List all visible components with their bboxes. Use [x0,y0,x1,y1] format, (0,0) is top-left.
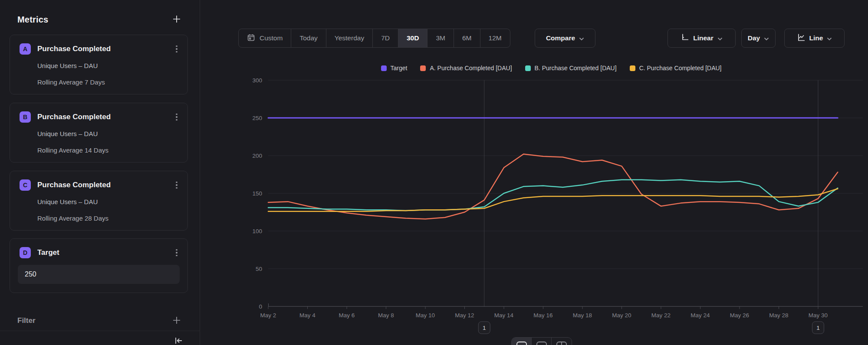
annotation-chip-label: 1 [483,325,486,331]
range-today[interactable]: Today [291,29,326,47]
metric-title: Purchase Completed [37,45,173,53]
x-axis-tick-label: May 14 [494,312,514,319]
metric-card-a[interactable]: A Purchase Completed Unique Users – DAU … [10,35,188,94]
range-12m[interactable]: 12M [480,29,510,47]
range-30d[interactable]: 30D [398,29,427,47]
x-axis-tick-label: May 12 [455,312,474,319]
x-axis-tick-label: May 8 [378,312,394,319]
compare-dropdown[interactable]: Compare [535,29,595,48]
kebab-menu-icon[interactable] [173,247,181,258]
metric-transform: Rolling Average 28 Days [37,215,179,222]
view-toggle-control [511,337,572,345]
filter-section: Filter [17,315,182,327]
metric-badge: A [20,43,31,55]
line-chart-icon [797,33,806,43]
x-axis-tick-label: May 4 [299,312,316,319]
metric-measure: Unique Users – DAU [37,130,179,137]
metrics-title: Metrics [17,15,48,25]
metric-card-header: C Purchase Completed [20,179,181,191]
chevron-down-icon [717,35,723,42]
metric-card-c[interactable]: C Purchase Completed Unique Users – DAU … [10,171,188,231]
scale-label: Linear [693,34,713,42]
y-axis-tick-label: 250 [252,115,262,121]
calendar-icon [247,33,255,43]
target-value-input[interactable] [18,265,180,284]
range-label: 6M [462,34,472,42]
metric-title: Purchase Completed [37,181,173,189]
kebab-menu-icon[interactable] [173,180,181,190]
chart-view-button[interactable] [512,338,532,345]
filter-title: Filter [17,316,36,325]
annotation-chip-label: 1 [816,325,820,331]
add-filter-button[interactable] [171,315,182,326]
x-axis-tick-label: May 26 [730,312,749,319]
range-7d[interactable]: 7D [373,29,398,47]
scale-dropdown[interactable]: Linear [667,29,736,48]
metrics-header: Metrics [17,13,182,26]
y-axis-tick-label: 50 [256,266,262,272]
x-axis-tick-label: May 28 [769,312,788,319]
range-custom[interactable]: Custom [239,29,291,47]
collapse-panel-icon [173,335,184,345]
range-label: 30D [407,34,419,42]
range-3m[interactable]: 3M [427,29,454,47]
range-6m[interactable]: 6M [454,29,480,47]
metric-transform: Rolling Average 7 Days [37,78,179,86]
metric-badge: B [20,111,31,123]
compare-label: Compare [546,34,575,42]
metric-badge: C [20,179,31,191]
date-range-segmented-control: Custom Today Yesterday 7D 30D 3M 6M 12M [238,29,510,48]
kebab-menu-icon[interactable] [173,112,181,122]
metric-measure: Unique Users – DAU [37,198,179,205]
range-yesterday[interactable]: Yesterday [326,29,373,47]
metric-measure: Unique Users – DAU [37,62,179,69]
chart-and-table-view-button[interactable] [532,338,552,345]
x-axis-tick-label: May 10 [416,312,435,319]
y-axis-tick-label: 300 [252,77,262,84]
y-axis-tick-label: 100 [252,228,262,234]
metric-card-b[interactable]: B Purchase Completed Unique Users – DAU … [10,103,188,163]
target-card[interactable]: D Target [10,238,188,293]
chevron-down-icon [579,35,584,42]
interval-dropdown[interactable]: Day [741,29,776,48]
target-card-header: D Target [20,247,181,259]
x-axis-tick-label: May 30 [809,312,828,319]
plus-icon [172,14,181,25]
table-view-icon [556,341,567,345]
series-line-c[interactable] [268,189,838,212]
x-axis-tick-label: May 20 [612,312,631,319]
range-label: Custom [260,34,283,42]
y-axis-tick-label: 0 [259,303,262,310]
line-chart[interactable]: 050100150200250300May 2May 4May 6May 8Ma… [234,52,868,345]
x-axis-tick-label: May 16 [533,312,552,319]
kebab-menu-icon[interactable] [173,44,181,54]
analytics-dashboard: { "sidebar": { "metrics_title": "Metrics… [0,0,868,345]
collapse-sidebar-button[interactable] [173,335,184,345]
metric-badge: D [20,247,31,258]
metric-card-header: A Purchase Completed [20,43,181,55]
x-axis-tick-label: May 22 [651,312,671,319]
chart-type-dropdown[interactable]: Line [784,29,845,48]
chart-view-icon [516,341,527,345]
y-axis-tick-label: 200 [252,153,262,159]
metric-transform: Rolling Average 14 Days [37,146,179,154]
linear-axis-icon [681,33,689,43]
x-axis-tick-label: May 6 [339,312,355,319]
chart-type-label: Line [809,34,823,42]
range-label: Yesterday [335,34,364,42]
metrics-sidebar: Metrics A Purchase Completed Unique User… [0,0,200,345]
series-line-b[interactable] [268,180,838,211]
range-label: 3M [436,34,445,42]
x-axis-tick-label: May 18 [573,312,592,319]
y-axis-tick-label: 150 [252,190,262,197]
range-label: 7D [381,34,390,42]
chevron-down-icon [764,35,769,42]
add-metric-button[interactable] [171,14,182,25]
range-label: Today [299,34,317,42]
range-label: 12M [489,34,502,42]
plus-icon [172,316,181,326]
x-axis-tick-label: May 2 [260,312,276,319]
interval-label: Day [748,34,760,42]
metric-title: Purchase Completed [37,113,173,121]
table-view-button[interactable] [552,338,572,345]
